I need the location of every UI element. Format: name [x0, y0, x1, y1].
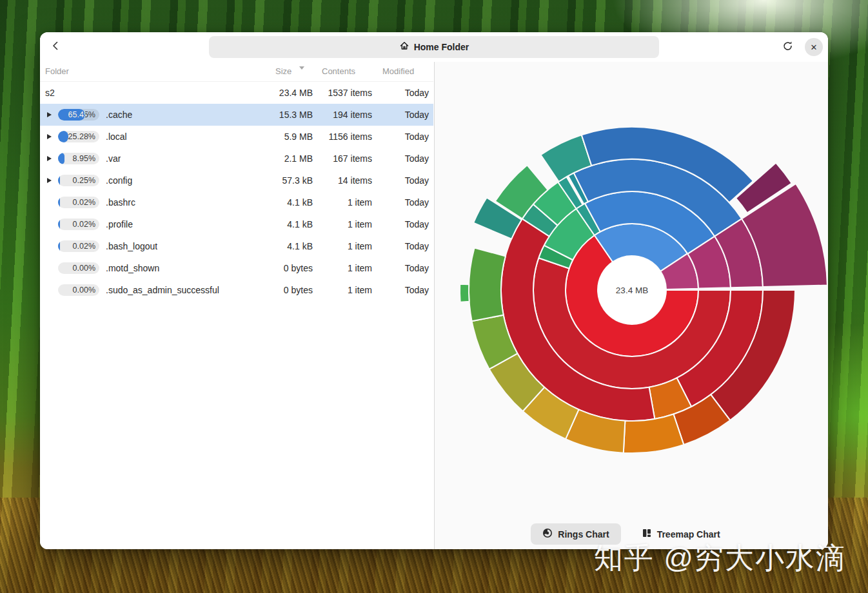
titlebar: Home Folder ✕ — [40, 32, 828, 62]
folder-contents: 1 item — [313, 263, 372, 273]
folder-modified: Today — [372, 88, 429, 98]
folder-name: .profile — [106, 219, 133, 229]
folder-name: .local — [106, 131, 127, 142]
folder-contents: 167 items — [313, 153, 372, 164]
usage-percent-fill — [58, 197, 60, 208]
usage-percent-label: 0.02% — [73, 197, 95, 208]
table-row[interactable]: 0.02%.bash_logout4.1 kB1 itemToday — [40, 235, 433, 257]
usage-percent-fill — [58, 240, 60, 252]
rings-chart-icon — [542, 528, 553, 540]
usage-percent-label: 0.02% — [73, 240, 95, 252]
folder-name: .var — [106, 153, 121, 164]
folder-list-pane: Folder Size Contents Modified s2 23.4 MB… — [40, 62, 433, 549]
disk-usage-analyzer-window: Home Folder ✕ Folder Size Contents Modif… — [40, 32, 828, 549]
table-row[interactable]: 8.95%.var2.1 MB167 itemsToday — [40, 148, 433, 170]
sort-descending-icon[interactable] — [299, 66, 304, 70]
table-row[interactable]: 0.00%.sudo_as_admin_successful0 bytes1 i… — [40, 279, 433, 301]
table-header: Folder Size Contents Modified — [40, 62, 433, 82]
column-header-size[interactable]: Size — [275, 66, 291, 76]
chart-pane: 23.4 MB Rings Chart Treemap Chart — [434, 62, 828, 549]
table-row[interactable]: 0.25%.config57.3 kB14 itemsToday — [40, 170, 433, 191]
folder-contents: 1156 items — [313, 131, 372, 142]
ring-segment[interactable] — [460, 284, 469, 302]
close-button[interactable]: ✕ — [805, 38, 823, 56]
usage-percent-bar: 8.95% — [58, 153, 99, 164]
folder-contents: 1 item — [313, 197, 372, 208]
folder-contents: 1537 items — [313, 88, 372, 98]
column-header-modified[interactable]: Modified — [382, 66, 414, 76]
folder-size: 57.3 kB — [255, 175, 313, 186]
folder-name: .config — [106, 175, 132, 186]
usage-percent-fill — [58, 219, 60, 230]
table-row-root[interactable]: s2 23.4 MB 1537 items Today — [40, 82, 433, 104]
expander-icon[interactable] — [47, 134, 52, 139]
usage-percent-label: 8.95% — [73, 153, 95, 164]
folder-modified: Today — [372, 263, 429, 273]
usage-percent-bar: 65.45%65.45% — [58, 109, 99, 121]
usage-percent-bar: 0.25% — [58, 175, 99, 186]
usage-percent-bar: 25.28% — [58, 131, 99, 142]
folder-modified: Today — [372, 285, 429, 295]
folder-size: 2.1 MB — [255, 153, 313, 164]
column-header-contents[interactable]: Contents — [322, 66, 355, 76]
folder-contents: 1 item — [313, 241, 372, 251]
page-title: Home Folder — [414, 42, 469, 52]
table-row[interactable]: 25.28%.local5.9 MB1156 itemsToday — [40, 126, 433, 148]
usage-percent-bar: 0.02% — [58, 219, 99, 230]
folder-contents: 14 items — [313, 175, 372, 186]
usage-percent-fill — [58, 175, 60, 186]
rings-chart[interactable] — [435, 62, 828, 549]
folder-name: .bash_logout — [106, 241, 157, 251]
ring-segment[interactable] — [469, 248, 506, 322]
table-row[interactable]: 0.02%.profile4.1 kB1 itemToday — [40, 213, 433, 235]
usage-percent-label: 0.00% — [73, 284, 95, 296]
table-row[interactable]: 65.45%65.45%.cache15.3 MB194 itemsToday — [40, 104, 433, 126]
usage-percent-bar: 0.00% — [58, 284, 99, 296]
folder-contents: 194 items — [313, 110, 372, 120]
table-row[interactable]: 0.00%.motd_shown0 bytes1 itemToday — [40, 257, 433, 279]
home-icon — [399, 41, 409, 53]
folder-size: 4.1 kB — [255, 241, 313, 251]
folder-modified: Today — [372, 241, 429, 251]
folder-modified: Today — [372, 219, 429, 229]
folder-size: 15.3 MB — [255, 110, 313, 120]
refresh-button[interactable] — [778, 38, 796, 56]
folder-modified: Today — [372, 131, 429, 142]
folder-modified: Today — [372, 175, 429, 186]
folder-size: 0 bytes — [255, 263, 313, 273]
folder-contents: 1 item — [313, 219, 372, 229]
folder-contents: 1 item — [313, 285, 372, 295]
refresh-icon — [782, 41, 793, 54]
folder-size: 5.9 MB — [255, 131, 313, 142]
folder-name: s2 — [40, 88, 255, 98]
folder-name: .sudo_as_admin_successful — [106, 285, 219, 295]
folder-size: 23.4 MB — [255, 88, 313, 98]
folder-name: .motd_shown — [106, 263, 159, 273]
usage-percent-label: 0.00% — [73, 262, 95, 274]
expander-icon[interactable] — [47, 178, 52, 183]
folder-rows: 65.45%65.45%.cache15.3 MB194 itemsToday2… — [40, 104, 433, 301]
usage-percent-bar: 0.00% — [58, 262, 99, 274]
chart-total-label: 23.4 MB — [616, 286, 648, 295]
folder-modified: Today — [372, 110, 429, 120]
folder-name: .cache — [106, 110, 132, 120]
rings-chart-label: Rings Chart — [558, 529, 609, 540]
back-button[interactable] — [46, 38, 64, 56]
usage-percent-label: 25.28% — [68, 131, 95, 142]
column-header-folder[interactable]: Folder — [45, 66, 69, 76]
usage-percent-fill — [58, 153, 64, 164]
watermark: 知乎 @穷大小水滴 — [594, 539, 846, 578]
usage-percent-bar: 0.02% — [58, 197, 99, 208]
folder-modified: Today — [372, 197, 429, 208]
usage-percent-label: 0.02% — [73, 219, 95, 230]
folder-size: 4.1 kB — [255, 219, 313, 229]
folder-size: 4.1 kB — [255, 197, 313, 208]
window-title-pill[interactable]: Home Folder — [209, 36, 659, 58]
expander-icon[interactable] — [47, 112, 52, 117]
table-row[interactable]: 0.02%.bashrc4.1 kB1 itemToday — [40, 191, 433, 213]
usage-percent-label: 0.25% — [73, 175, 95, 186]
expander-icon[interactable] — [47, 156, 52, 161]
usage-percent-bar: 0.02% — [58, 240, 99, 252]
folder-modified: Today — [372, 153, 429, 164]
usage-percent-label-overlay: 65.45% — [58, 109, 85, 121]
